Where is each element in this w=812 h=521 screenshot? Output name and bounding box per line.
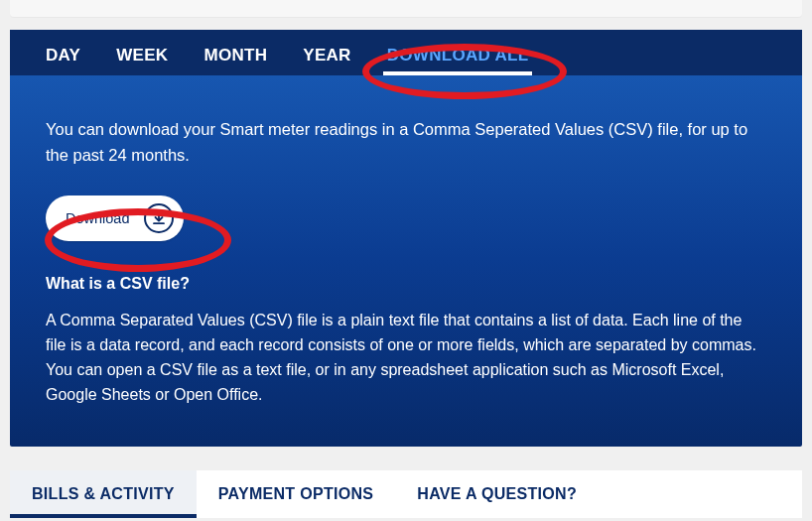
panel-body: You can download your Smart meter readin…: [10, 75, 802, 447]
intro-text: You can download your Smart meter readin…: [46, 117, 760, 168]
time-range-tabs: DAY WEEK MONTH YEAR DOWNLOAD ALL: [10, 30, 802, 75]
tab-week[interactable]: WEEK: [98, 34, 186, 75]
tab-download-all[interactable]: DOWNLOAD ALL: [369, 34, 547, 75]
download-panel: DAY WEEK MONTH YEAR DOWNLOAD ALL You can…: [10, 30, 802, 447]
csv-faq-body: A Comma Separated Values (CSV) file is a…: [46, 309, 760, 407]
tab-month[interactable]: MONTH: [186, 34, 285, 75]
download-button[interactable]: Download: [46, 195, 184, 241]
tab-year[interactable]: YEAR: [285, 34, 368, 75]
csv-faq-heading: What is a CSV file?: [46, 275, 766, 293]
tab-bills-activity[interactable]: BILLS & ACTIVITY: [10, 470, 197, 518]
download-button-label: Download: [66, 210, 130, 226]
download-icon: [144, 203, 174, 233]
top-card-edge: [10, 0, 802, 18]
tab-have-a-question[interactable]: HAVE A QUESTION?: [395, 470, 599, 518]
tab-payment-options[interactable]: PAYMENT OPTIONS: [197, 470, 396, 518]
tab-day[interactable]: DAY: [28, 34, 98, 75]
account-tabs: BILLS & ACTIVITY PAYMENT OPTIONS HAVE A …: [10, 470, 802, 518]
